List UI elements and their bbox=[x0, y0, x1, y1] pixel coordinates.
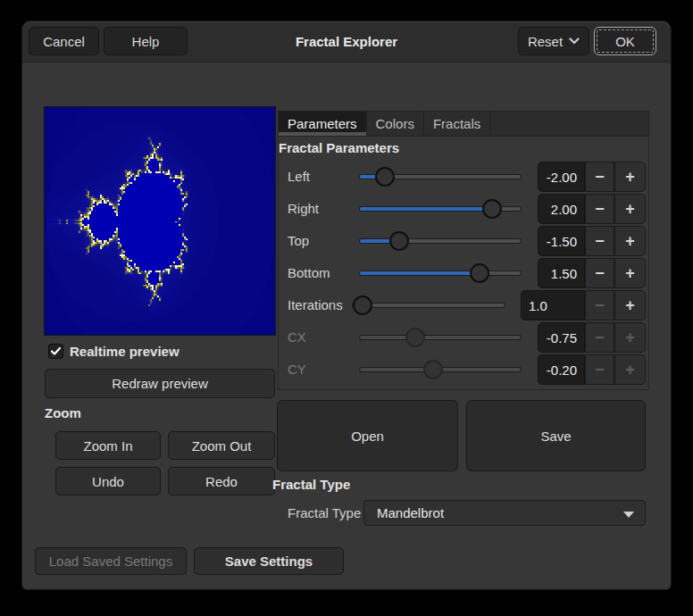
checkmark-icon bbox=[51, 347, 61, 355]
top-value-entry[interactable]: -1.50 bbox=[538, 226, 585, 256]
fractal-preview-canvas[interactable] bbox=[45, 107, 275, 335]
top-label: Top bbox=[288, 233, 309, 248]
fractal-preview[interactable] bbox=[45, 107, 275, 335]
slider-handle bbox=[423, 360, 443, 379]
bottom-value-entry[interactable]: 1.50 bbox=[538, 258, 585, 288]
cx-slider bbox=[360, 322, 521, 353]
save-button[interactable]: Save bbox=[466, 400, 646, 471]
slider-handle[interactable] bbox=[389, 231, 409, 251]
left-value-entry[interactable]: -2.00 bbox=[538, 162, 585, 192]
slider-handle[interactable] bbox=[482, 199, 502, 219]
tabstrip-filler bbox=[490, 112, 648, 136]
param-row-bottom: Bottom1.50−+ bbox=[278, 258, 649, 288]
tab-fractals[interactable]: Fractals bbox=[424, 112, 490, 136]
cy-value-entry: -0.20 bbox=[538, 354, 585, 385]
left-increment-button[interactable]: + bbox=[614, 162, 646, 192]
cy-label: CY bbox=[288, 362, 306, 377]
realtime-preview-label: Realtime preview bbox=[70, 344, 180, 359]
left-label: Left bbox=[288, 169, 310, 184]
help-button[interactable]: Help bbox=[104, 27, 188, 55]
slider-handle[interactable] bbox=[375, 167, 395, 187]
chevron-down-icon bbox=[569, 37, 580, 45]
redo-button[interactable]: Redo bbox=[168, 467, 275, 495]
realtime-preview-checkbox-row[interactable]: Realtime preview bbox=[48, 342, 180, 360]
right-increment-button[interactable]: + bbox=[614, 194, 646, 224]
right-slider[interactable] bbox=[360, 194, 521, 224]
iterations-value-entry[interactable]: 1.0 bbox=[521, 290, 585, 320]
zoom-out-button[interactable]: Zoom Out bbox=[168, 431, 275, 460]
slider-track bbox=[353, 304, 505, 307]
param-row-cx: CX-0.75−+ bbox=[278, 322, 649, 353]
iterations-slider[interactable] bbox=[353, 290, 505, 320]
realtime-preview-checkbox[interactable] bbox=[48, 344, 63, 359]
slider-track bbox=[360, 271, 521, 275]
slider-handle bbox=[405, 328, 425, 347]
slider-handle[interactable] bbox=[353, 296, 372, 315]
param-row-left: Left-2.00−+ bbox=[278, 162, 649, 192]
cy-slider bbox=[360, 354, 521, 385]
tab-parameters[interactable]: Parameters bbox=[279, 112, 367, 136]
dropdown-arrow-icon bbox=[623, 512, 634, 518]
fractal-explorer-dialog: Cancel Help Fractal Explorer Reset OK Re… bbox=[22, 21, 671, 589]
param-row-top: Top-1.50−+ bbox=[278, 226, 649, 256]
save-settings-button[interactable]: Save Settings bbox=[194, 547, 344, 575]
slider-fill bbox=[360, 368, 433, 371]
reset-button[interactable]: Reset bbox=[518, 27, 589, 55]
top-increment-button[interactable]: + bbox=[614, 226, 646, 256]
redraw-preview-button[interactable]: Redraw preview bbox=[45, 369, 275, 398]
top-slider[interactable] bbox=[360, 226, 521, 256]
param-row-iterations: Iterations1.0−+ bbox=[278, 290, 649, 320]
right-decrement-button[interactable]: − bbox=[585, 194, 614, 224]
fractal-type-dropdown[interactable]: Mandelbrot bbox=[363, 500, 646, 526]
bottom-increment-button[interactable]: + bbox=[614, 258, 646, 288]
slider-track bbox=[360, 239, 521, 243]
fractal-parameters-heading: Fractal Parameters bbox=[279, 140, 399, 155]
cancel-button[interactable]: Cancel bbox=[29, 27, 99, 55]
param-row-cy: CY-0.20−+ bbox=[278, 354, 649, 385]
fractal-type-heading: Fractal Type bbox=[272, 477, 350, 492]
cx-decrement-button: − bbox=[585, 322, 614, 353]
load-saved-settings-button[interactable]: Load Saved Settings bbox=[35, 547, 187, 575]
iterations-label: Iterations bbox=[288, 297, 343, 312]
zoom-section-heading: Zoom bbox=[45, 405, 81, 420]
zoom-in-button[interactable]: Zoom In bbox=[55, 431, 161, 460]
cx-label: CX bbox=[288, 329, 306, 345]
notebook-tabstrip: Parameters Colors Fractals bbox=[278, 111, 649, 137]
bottom-decrement-button[interactable]: − bbox=[585, 258, 614, 288]
right-label: Right bbox=[288, 201, 319, 216]
cx-increment-button: + bbox=[614, 322, 646, 353]
param-row-right: Right2.00−+ bbox=[278, 194, 649, 224]
bottom-label: Bottom bbox=[288, 265, 330, 280]
iterations-decrement-button: − bbox=[585, 290, 614, 320]
left-decrement-button[interactable]: − bbox=[585, 162, 614, 192]
cy-decrement-button: − bbox=[585, 354, 614, 385]
titlebar[interactable]: Cancel Help Fractal Explorer Reset OK bbox=[22, 21, 671, 62]
right-value-entry[interactable]: 2.00 bbox=[538, 194, 585, 224]
open-button[interactable]: Open bbox=[277, 400, 458, 471]
fractal-type-value: Mandelbrot bbox=[377, 505, 444, 520]
top-decrement-button[interactable]: − bbox=[585, 226, 614, 256]
slider-track bbox=[360, 336, 521, 339]
reset-label: Reset bbox=[528, 34, 563, 49]
cy-increment-button: + bbox=[614, 354, 646, 385]
iterations-increment-button[interactable]: + bbox=[614, 290, 646, 320]
tab-colors[interactable]: Colors bbox=[367, 112, 424, 136]
fractal-type-label: Fractal Type bbox=[288, 505, 361, 520]
undo-button[interactable]: Undo bbox=[55, 467, 161, 495]
screen: Cancel Help Fractal Explorer Reset OK Re… bbox=[0, 0, 693, 616]
left-slider[interactable] bbox=[360, 162, 521, 192]
slider-fill bbox=[360, 271, 480, 275]
slider-fill bbox=[360, 207, 492, 211]
ok-button[interactable]: OK bbox=[594, 27, 656, 55]
cx-value-entry: -0.75 bbox=[538, 322, 585, 353]
bottom-slider[interactable] bbox=[360, 258, 521, 288]
slider-handle[interactable] bbox=[470, 263, 489, 283]
